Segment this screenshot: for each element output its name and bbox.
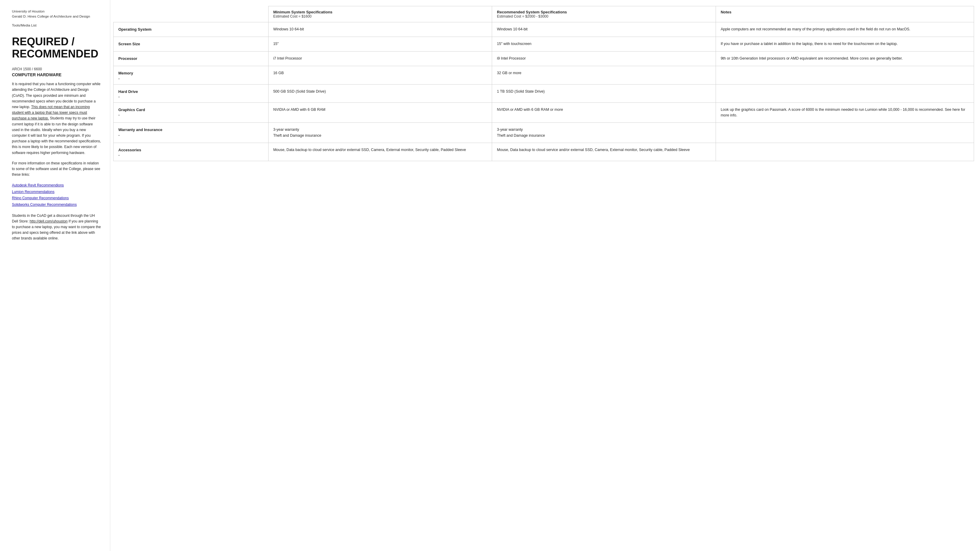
body-text-2: For more information on these specificat… <box>12 160 101 178</box>
td-min-2: i7 Intel Processor <box>268 52 492 66</box>
body-text-3: Students in the CoAD get a discount thro… <box>12 213 101 241</box>
th-rec: Recommended System Specifications Estima… <box>492 6 716 22</box>
course-code: ARCH 1500 / 6600 <box>12 67 101 71</box>
specs-table: Minimum System Specifications Estimated … <box>113 6 974 161</box>
td-notes-7 <box>716 143 974 161</box>
table-row: Operating SystemWindows 10 64-bitWindows… <box>113 22 974 37</box>
td-min-5: NVIDIA or AMD with 6 GB RAM <box>268 102 492 123</box>
td-notes-5: Look up the graphics card on Passmark. A… <box>716 102 974 123</box>
links-section: Autodesk Revit Recommendions Lumion Reco… <box>12 182 101 208</box>
td-rec-0: Windows 10 64-bit <box>492 22 716 37</box>
td-notes-2: 9th or 10th Generation Intel processors … <box>716 52 974 66</box>
link-lumion[interactable]: Lumion Recommendations <box>12 189 101 195</box>
td-category-4: Hard Drive· <box>113 84 269 102</box>
main-heading: REQUIRED / RECOMMENDED <box>12 35 101 60</box>
td-category-0: Operating System <box>113 22 269 37</box>
td-category-5: Graphics Card· <box>113 102 269 123</box>
td-category-6: Warranty and Insurance· <box>113 123 269 143</box>
link-rhino[interactable]: Rhino Computer Recommendations <box>12 195 101 202</box>
td-category-1: Screen Size <box>113 37 269 52</box>
td-category-3: Memory· <box>113 66 269 84</box>
table-row: Screen Size15"15" with touchscreenIf you… <box>113 37 974 52</box>
td-category-7: Accessories· <box>113 143 269 161</box>
table-row: Memory·16 GB32 GB or more <box>113 66 974 84</box>
body-text-1: It is required that you have a functioni… <box>12 81 101 156</box>
link-solidworks[interactable]: Solidworks Computer Recommendations <box>12 202 101 208</box>
td-rec-2: i9 Intel Processor <box>492 52 716 66</box>
td-min-1: 15" <box>268 37 492 52</box>
td-category-2: Processor <box>113 52 269 66</box>
table-row: Warranty and Insurance·3-year warranty T… <box>113 123 974 143</box>
th-category <box>113 6 269 22</box>
table-row: Graphics Card·NVIDIA or AMD with 6 GB RA… <box>113 102 974 123</box>
table-row: Processori7 Intel Processori9 Intel Proc… <box>113 52 974 66</box>
td-min-7: Mouse, Data backup to cloud service and/… <box>268 143 492 161</box>
td-min-4: 500 GB SSD (Solid State Drive) <box>268 84 492 102</box>
td-rec-5: NVIDIA or AMD with 6 GB RAM or more <box>492 102 716 123</box>
sidebar: University of Houston Gerald D. Hines Co… <box>0 0 110 551</box>
td-notes-1: If you have or purchase a tablet in addi… <box>716 37 974 52</box>
section-title: COMPUTER HARDWARE <box>12 72 101 77</box>
td-rec-7: Mouse, Data backup to cloud service and/… <box>492 143 716 161</box>
td-min-6: 3-year warranty Theft and Damage insuran… <box>268 123 492 143</box>
link-revit[interactable]: Autodesk Revit Recommendions <box>12 182 101 189</box>
td-notes-4 <box>716 84 974 102</box>
td-min-0: Windows 10 64-bit <box>268 22 492 37</box>
th-notes: Notes <box>716 6 974 22</box>
td-rec-6: 3-year warranty Theft and Damage insuran… <box>492 123 716 143</box>
td-notes-0: Apple computers are not recommended as m… <box>716 22 974 37</box>
td-min-3: 16 GB <box>268 66 492 84</box>
td-notes-3 <box>716 66 974 84</box>
td-rec-3: 32 GB or more <box>492 66 716 84</box>
tools-label: Tools/Media List <box>12 24 101 27</box>
table-row: Accessories·Mouse, Data backup to cloud … <box>113 143 974 161</box>
th-min: Minimum System Specifications Estimated … <box>268 6 492 22</box>
university-name: University of Houston Gerald D. Hines Co… <box>12 9 101 19</box>
main-content: Minimum System Specifications Estimated … <box>110 0 980 551</box>
td-notes-6 <box>716 123 974 143</box>
td-rec-4: 1 TB SSD (Solid State Drive) <box>492 84 716 102</box>
table-row: Hard Drive·500 GB SSD (Solid State Drive… <box>113 84 974 102</box>
td-rec-1: 15" with touchscreen <box>492 37 716 52</box>
